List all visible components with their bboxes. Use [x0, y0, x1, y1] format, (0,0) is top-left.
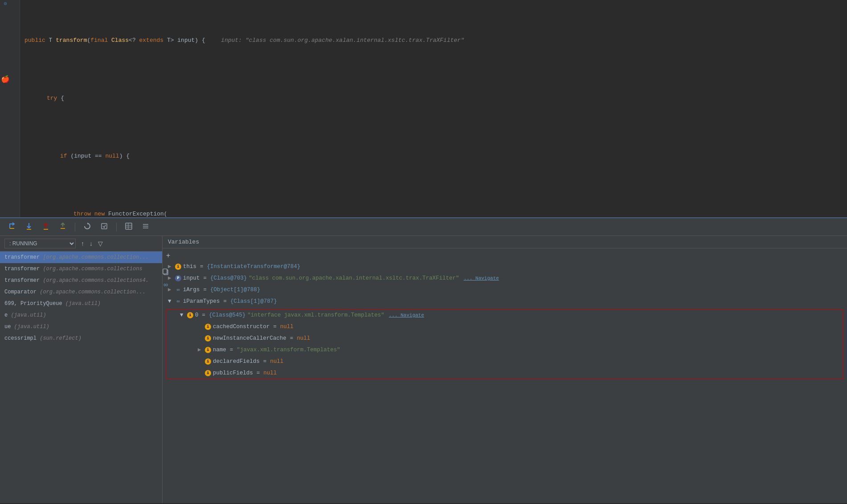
var-iargs[interactable]: ▶ ∞ iArgs = {Object[1]@788}: [163, 284, 847, 296]
run-to-cursor-button[interactable]: [56, 220, 69, 234]
var-elem0[interactable]: ▼ i 0 = {Class@545} "interface javax.xml…: [167, 309, 843, 321]
var-elem0-icon: i: [187, 312, 193, 318]
debug-current-line-icon: 🍎: [2, 76, 9, 83]
var-iargs-value: {Object[1]@788}: [210, 285, 261, 294]
var-publicfields-name: publicFields: [213, 369, 253, 378]
frame-filter-button[interactable]: ▽: [96, 239, 105, 248]
rerun-button[interactable]: [81, 220, 94, 234]
code-line-2: try {: [24, 93, 843, 104]
var-declaredfields-value: null: [270, 357, 284, 366]
var-elem0-value: {Class@545}: [209, 311, 246, 320]
step-out-button[interactable]: [39, 220, 53, 234]
var-input[interactable]: ▶ P input = {Class@703} "class com.sun.o…: [163, 272, 847, 284]
step-into-button[interactable]: [22, 220, 36, 234]
var-cached-name: cachedConstructor: [213, 322, 270, 331]
code-line-4: throw new FunctorException(: [24, 208, 843, 218]
var-input-string: "class com.sun.org.apache.xalan.internal…: [249, 274, 460, 283]
frame-item-0[interactable]: transformer [org.apache.commons.collecti…: [0, 252, 162, 263]
var-highlighted-section: ▼ i 0 = {Class@545} "interface javax.xml…: [166, 309, 843, 379]
var-name-value: "javax.xml.transform.Templates": [237, 345, 341, 354]
svg-rect-1: [126, 223, 132, 229]
var-newinstancecache-name: newInstanceCallerCache: [213, 334, 286, 343]
toolbar-separator-1: [75, 223, 75, 232]
var-iargs-name: iArgs: [183, 285, 200, 294]
frames-header: : RUNNING ↑ ↓ ▽: [0, 236, 162, 252]
watch-infinity-button[interactable]: ∞: [161, 280, 170, 289]
var-elem0-name: 0: [195, 311, 199, 320]
frame-item-3[interactable]: Comparator (org.apache.commons.collectio…: [0, 286, 162, 298]
frame-down-button[interactable]: ↓: [88, 239, 94, 248]
frames-panel: : RUNNING ↑ ↓ ▽ transformer [org.apache.…: [0, 236, 163, 503]
frame-item-1[interactable]: transformer (org.apache.commons.collecti…: [0, 263, 162, 275]
var-public-fields: i publicFields = null: [167, 367, 843, 379]
var-iparamtypes-value: {Class[1]@787}: [230, 297, 277, 306]
var-name[interactable]: ▶ i name = "javax.xml.transform.Template…: [167, 344, 843, 356]
var-iparamtypes[interactable]: ▼ ∞ iParamTypes = {Class[1]@787}: [163, 296, 847, 307]
frame-item-2[interactable]: transformer (org.apache.commons.collecti…: [0, 275, 162, 286]
var-elem0-string: "interface javax.xml.transform.Templates…: [248, 311, 385, 320]
var-input-navigate[interactable]: ... Navigate: [464, 274, 499, 283]
code-lines: public T transform(final Class<? extends…: [20, 0, 847, 218]
step-over-button[interactable]: [5, 220, 19, 234]
var-new-instance-cache: i newInstanceCallerCache = null: [167, 333, 843, 344]
var-cached-icon: i: [205, 324, 211, 330]
frame-item-6[interactable]: ue (java.util): [0, 321, 162, 333]
svg-rect-9: [163, 269, 167, 274]
var-cached-constructor: i cachedConstructor = null: [167, 321, 843, 333]
var-iparamtypes-name: iParamTypes: [183, 297, 220, 306]
var-declared-fields: i declaredFields = null: [167, 356, 843, 367]
copy-button[interactable]: [161, 267, 170, 277]
var-iargs-icon: ∞: [175, 287, 181, 293]
var-publicfields-icon: i: [205, 370, 211, 376]
add-variable-row: +: [163, 250, 847, 261]
expand-iparamtypes-arrow[interactable]: ▼: [168, 297, 173, 306]
var-this-value: {InstantiateTransformer@784}: [207, 262, 301, 271]
editor-gutter: ⊙ 🍎: [0, 0, 20, 217]
frame-item-4[interactable]: 699, PriorityQueue (java.util): [0, 298, 162, 309]
expand-elem0-arrow[interactable]: ▼: [180, 311, 185, 320]
frame-up-button[interactable]: ↑: [79, 239, 86, 248]
debug-toolbar: [0, 218, 847, 236]
code-line-3: if (input == null) {: [24, 150, 843, 162]
expand-name-arrow[interactable]: ▶: [198, 345, 203, 354]
var-this[interactable]: ▶ i this = {InstantiateTransformer@784}: [163, 261, 847, 272]
var-iparamtypes-icon: ∞: [175, 298, 181, 305]
frame-nav-arrows: ↑ ↓ ▽: [79, 239, 105, 248]
restore-button[interactable]: [98, 220, 111, 234]
var-elem0-navigate[interactable]: ... Navigate: [389, 311, 424, 320]
var-name-icon: i: [205, 347, 211, 353]
var-newinstancecache-value: null: [297, 334, 310, 343]
add-variable-button[interactable]: +: [166, 252, 170, 259]
code-line-1: public T transform(final Class<? extends…: [24, 35, 843, 46]
frame-item-5[interactable]: e (java.util): [0, 309, 162, 321]
side-buttons: ∞: [161, 267, 170, 289]
var-input-name: input: [183, 274, 200, 283]
code-editor: ⊙ 🍎 public T transform(final Class<? ext…: [0, 0, 847, 218]
variables-content: + ▶ i this = {InstantiateTransformer@784…: [163, 248, 847, 503]
var-this-name: this: [183, 262, 196, 271]
var-name-name: name: [213, 345, 226, 354]
var-declaredfields-name: declaredFields: [213, 357, 260, 366]
running-status-select[interactable]: : RUNNING: [4, 239, 76, 248]
frames-list: transformer [org.apache.commons.collecti…: [0, 252, 162, 501]
svg-rect-0: [102, 224, 107, 229]
settings-button[interactable]: [139, 220, 152, 234]
var-cached-value: null: [280, 322, 293, 331]
breakpoint-indicator[interactable]: ⊙: [2, 0, 9, 7]
var-input-value: {Class@703}: [210, 274, 247, 283]
variables-panel: Variables + ▶ i this = {InstantiateTrans…: [163, 236, 847, 503]
var-input-icon: P: [175, 275, 181, 281]
var-newinstancecache-icon: i: [205, 335, 211, 341]
bottom-panel: : RUNNING ↑ ↓ ▽ transformer [org.apache.…: [0, 236, 847, 503]
toolbar-separator-2: [116, 223, 117, 232]
var-declaredfields-icon: i: [205, 358, 211, 365]
table-view-button[interactable]: [122, 220, 135, 234]
variables-header: Variables: [163, 236, 847, 248]
frame-item-7[interactable]: ccessrimpl (sun.reflect): [0, 333, 162, 344]
var-publicfields-value: null: [264, 369, 277, 378]
var-this-icon: i: [175, 264, 181, 270]
